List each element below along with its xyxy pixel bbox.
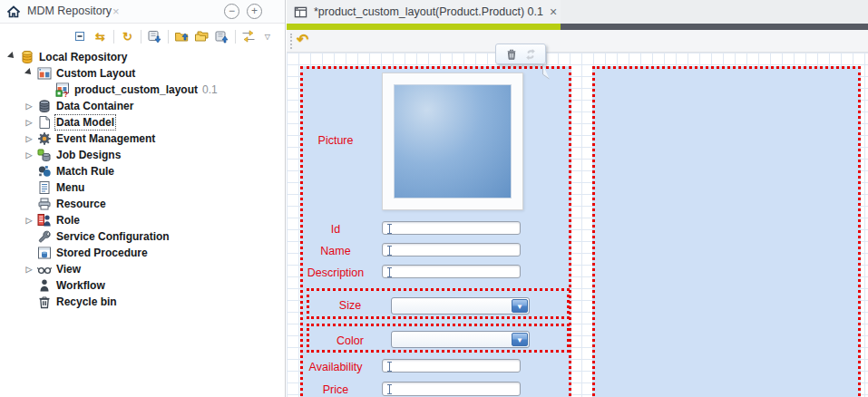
form-column-left[interactable]: Picture Id Name Description Size [300,66,571,397]
expanded-arrow-icon[interactable] [4,49,20,65]
stored-procedure-icon [37,246,52,260]
size-field-group[interactable]: Size ▼ [307,288,570,319]
price-input[interactable] [382,382,521,396]
tree-item-product-custom-layout[interactable]: ? product_custom_layout 0.1 [0,82,285,98]
editor-toolbar: ↶ [287,30,868,53]
picture-widget[interactable] [382,73,523,210]
toolbar-separator [113,30,114,44]
color-dropdown[interactable]: ▼ [391,331,530,348]
tree-item-label: Recycle bin [56,295,117,308]
collapse-all-button[interactable] [72,28,89,45]
filter-settings-button[interactable] [240,28,258,45]
match-rule-icon [37,164,52,179]
tree-item-resource[interactable]: Resource [0,196,285,212]
link-with-editor-button[interactable]: ⇆ [92,28,109,45]
text-caret-icon [386,383,394,395]
tree-item-label: Role [56,214,80,227]
layout-editor-icon [294,5,307,19]
tree-item-menu[interactable]: Menu [0,179,285,196]
mdm-repository-view: MDM Repository × − + ⇆ ↻ [0,0,286,397]
tree-item-recycle-bin[interactable]: Recycle bin [0,294,285,310]
tree-item-label: Menu [56,181,84,194]
collapsed-arrow-icon[interactable]: ▷ [21,98,37,114]
availability-field-label: Availability [303,361,368,373]
refresh-button[interactable]: ↻ [119,28,136,45]
color-field-group[interactable]: Color ▼ [307,324,570,353]
expanded-arrow-icon[interactable] [21,65,37,82]
availability-input[interactable] [382,359,521,373]
tree-item-label: View [56,263,81,276]
size-dropdown[interactable]: ▼ [391,297,530,315]
maximize-view-button[interactable]: + [247,4,262,19]
service-configuration-icon [37,229,52,244]
toolbar-drag-handle[interactable] [290,34,292,49]
resource-icon [37,197,52,211]
view-menu-chevron-icon[interactable]: ▽ [265,33,270,41]
editor-tab-title: *product_custom_layout(Product.Product) … [314,5,543,18]
tree-item-role[interactable]: ▷ Role [0,212,285,228]
swap-widget-icon-disabled[interactable] [524,48,537,61]
form-design-canvas[interactable]: Picture Id Name Description Size [287,53,868,397]
tree-item-service-configuration[interactable]: Service Configuration [0,228,285,245]
editor-tab-product-custom-layout[interactable]: *product_custom_layout(Product.Product) … [287,0,561,24]
dropdown-arrow-icon[interactable]: ▼ [512,299,528,313]
item-version-badge: 0.1 [202,83,218,96]
tree-item-label: Stored Procedure [56,247,148,259]
tree-item-data-model[interactable]: ▷ Data Model [0,114,285,131]
collapsed-arrow-icon[interactable]: ▷ [21,114,37,131]
tree-item-data-container[interactable]: ▷ Data Container [0,98,285,114]
layout-editor: *product_custom_layout(Product.Product) … [287,0,868,397]
tree-item-label: Local Repository [39,51,127,63]
custom-layout-icon [37,66,52,81]
minimize-view-button[interactable]: − [224,4,239,19]
import-items-button[interactable] [146,28,163,45]
size-field-label: Size [309,299,391,312]
copy-items-button[interactable] [193,28,210,45]
view-tab-close-icon[interactable]: × [112,0,120,23]
tree-item-event-management[interactable]: ▷ Event Management [0,131,285,147]
tree-item-stored-procedure[interactable]: Stored Procedure [0,245,285,261]
recycle-bin-icon [37,295,52,309]
tree-item-job-designs[interactable]: ▷ Job Designs [0,147,285,163]
tree-item-label: Custom Layout [56,67,135,80]
collapsed-arrow-icon[interactable]: ▷ [21,212,37,228]
check-out-button[interactable] [173,28,190,45]
toolbar-separator [168,30,169,44]
form-column-right[interactable] [592,66,861,397]
name-field-label: Name [303,245,368,257]
description-input[interactable] [382,265,521,278]
repository-icon [20,50,34,64]
collapsed-arrow-icon[interactable]: ▷ [21,147,37,163]
tree-item-custom-layout[interactable]: Custom Layout [0,65,285,82]
menu-icon [37,180,52,195]
layout-item-icon: ? [55,82,70,97]
collapsed-arrow-icon[interactable]: ▷ [21,261,37,277]
name-input[interactable] [382,243,521,257]
text-caret-icon [386,245,394,257]
tab-underline-bar [287,24,868,30]
delete-widget-icon[interactable] [505,48,518,61]
editor-tab-bar: *product_custom_layout(Product.Product) … [287,0,868,24]
data-container-icon [37,99,52,113]
tree-item-workflow[interactable]: Workflow [0,277,285,294]
view-tab-title[interactable]: MDM Repository [27,0,112,23]
collapsed-arrow-icon[interactable]: ▷ [21,131,37,147]
dropdown-arrow-icon[interactable]: ▼ [512,333,528,346]
tree-item-label: Data Model [56,116,114,129]
toolbar-separator [141,30,141,44]
popup-pointer-tail [541,64,551,80]
tree-item-local-repository[interactable]: Local Repository [0,49,285,65]
tree-item-match-rule[interactable]: Match Rule [0,163,285,179]
tree-item-label: Workflow [56,279,105,292]
view-tab-bar: MDM Repository × − + [0,0,285,24]
toolbar-separator [235,30,236,44]
picture-field-label: Picture [303,134,368,147]
editor-tab-close-icon[interactable]: × [550,5,557,18]
commit-items-button[interactable] [213,28,230,45]
text-caret-icon [386,361,394,373]
tree-item-view[interactable]: ▷ View [0,261,285,277]
text-caret-icon [386,223,394,235]
color-field-label: Color [309,334,391,347]
undo-button[interactable]: ↶ [297,31,308,48]
id-input[interactable] [382,221,521,235]
